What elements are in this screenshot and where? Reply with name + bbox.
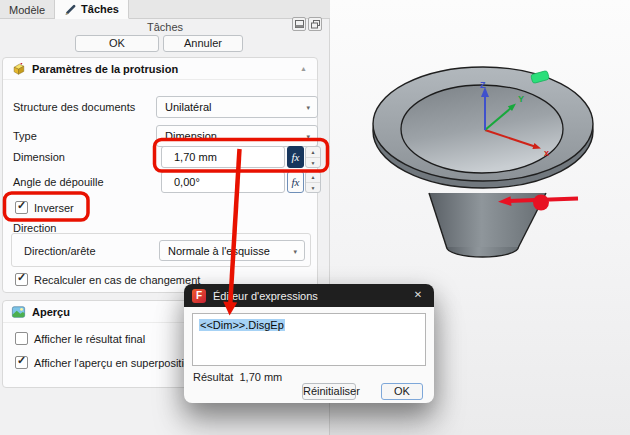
reversed-label: Inverser	[34, 202, 74, 214]
axis-x-label: x	[544, 148, 549, 158]
panel-tabbar: Modèle Tâches	[0, 0, 330, 19]
structure-label: Structure des documents	[13, 96, 135, 118]
draft-angle-label: Angle de dépouille	[13, 171, 104, 193]
freecad-logo-icon: F	[192, 289, 206, 303]
chevron-down-icon: ▾	[306, 98, 310, 118]
dialog-ok-button[interactable]: OK	[381, 383, 423, 400]
spin-down-icon[interactable]: ▼	[306, 157, 320, 167]
reset-button[interactable]: Réinitialiser	[302, 383, 356, 400]
type-combobox[interactable]: Dimension ▾	[156, 125, 318, 147]
chevron-down-icon: ▾	[293, 242, 297, 262]
dimension-spinner[interactable]: ▲ ▼	[305, 146, 321, 168]
expression-editor-dialog: F Éditeur d'expressions ✕ <<Dim>>.DisgEp…	[184, 284, 434, 403]
draft-angle-value: 0,00°	[174, 176, 200, 188]
show-overlay-label: Afficher l'aperçu en superposition	[34, 357, 196, 369]
direction-combobox[interactable]: Normale à l'esquisse ▾	[159, 240, 305, 261]
dialog-title: Éditeur d'expressions	[213, 290, 318, 302]
dialog-titlebar[interactable]: F Éditeur d'expressions ✕	[184, 284, 434, 307]
close-icon[interactable]: ✕	[402, 284, 434, 307]
spin-down-icon[interactable]: ▼	[306, 182, 320, 192]
collapse-arrow-icon[interactable]: ▲	[300, 65, 307, 72]
show-result-checkbox[interactable]: Afficher le résultat final	[15, 332, 145, 345]
protrusion-group-title: Paramètres de la protrusion	[32, 63, 178, 75]
update-view-checkbox[interactable]: ✓ Recalculer en cas de changement	[15, 273, 200, 286]
type-label: Type	[13, 125, 37, 147]
freecad-window: Modèle Tâches Tâches OK Annuler	[0, 0, 630, 435]
direction-edge-label: Direction/arête	[24, 240, 96, 262]
structure-combobox[interactable]: Unilatéral ▾	[156, 96, 318, 118]
protrusion-group-header[interactable]: Paramètres de la protrusion ▲	[3, 58, 317, 80]
draft-expression-fx-button[interactable]: fx	[287, 171, 304, 193]
checkbox-checked-icon: ✓	[15, 201, 28, 214]
result-row: Résultat 1,70 mm	[193, 371, 282, 383]
axis-y-label: Y	[518, 94, 524, 104]
chevron-down-icon: ▾	[306, 127, 310, 147]
dimension-input[interactable]: 1,70 mm	[161, 146, 285, 168]
draft-angle-input[interactable]: 0,00°	[161, 171, 285, 193]
expression-textarea[interactable]: <<Dim>>.DisgEp	[192, 313, 426, 366]
checkbox-unchecked-icon	[15, 332, 28, 345]
result-label: Résultat	[193, 371, 233, 383]
direction-group: Direction/arête Normale à l'esquisse ▾	[11, 233, 311, 267]
reversed-checkbox[interactable]: ✓ Inverser	[15, 201, 74, 214]
dimension-label: Dimension	[13, 146, 65, 168]
tab-tasks-label: Tâches	[81, 3, 119, 15]
tab-model[interactable]: Modèle	[0, 0, 55, 19]
task-ok-button[interactable]: OK	[75, 35, 159, 52]
expression-text: <<Dim>>.DisgEp	[199, 319, 285, 331]
spin-up-icon[interactable]: ▲	[306, 147, 320, 157]
preview-icon	[11, 305, 26, 319]
dimension-value: 1,70 mm	[174, 151, 217, 163]
tab-tasks[interactable]: Tâches	[55, 0, 129, 19]
panel-title: Tâches	[0, 21, 330, 33]
checkbox-checked-icon: ✓	[15, 356, 28, 369]
pencil-icon	[64, 3, 77, 16]
direction-value: Normale à l'esquisse	[168, 245, 270, 257]
float-window-icon[interactable]	[308, 17, 322, 31]
update-view-label: Recalculer en cas de changement	[34, 274, 200, 286]
task-cancel-button[interactable]: Annuler	[163, 35, 243, 52]
draft-spinner[interactable]: ▲ ▼	[305, 171, 321, 193]
tab-model-label: Modèle	[9, 4, 45, 16]
axis-z-label: Z	[480, 80, 486, 90]
dock-window-icon[interactable]	[292, 17, 306, 31]
show-result-label: Afficher le résultat final	[34, 333, 145, 345]
pad-icon	[11, 62, 26, 76]
spin-up-icon[interactable]: ▲	[306, 172, 320, 182]
dimension-expression-fx-button[interactable]: fx	[287, 146, 304, 168]
panel-header: Tâches	[0, 19, 330, 35]
show-overlay-checkbox[interactable]: ✓ Afficher l'aperçu en superposition	[15, 356, 196, 369]
structure-value: Unilatéral	[165, 101, 211, 113]
checkbox-checked-icon: ✓	[15, 273, 28, 286]
preview-group-title: Aperçu	[32, 306, 70, 318]
type-value: Dimension	[165, 130, 217, 142]
result-value: 1,70 mm	[239, 371, 282, 383]
protrusion-parameters-group: Paramètres de la protrusion ▲ Structure …	[2, 57, 318, 293]
